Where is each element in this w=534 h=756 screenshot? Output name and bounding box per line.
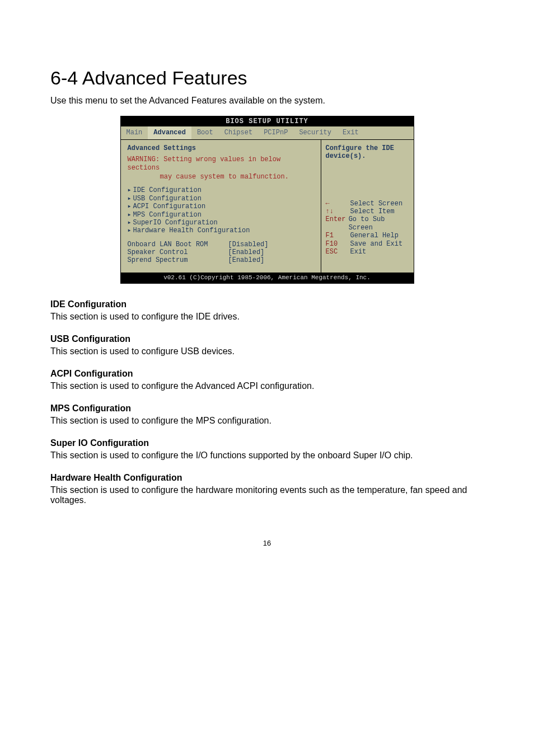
tab-chipset[interactable]: Chipset (219, 126, 258, 139)
menu-item-usb[interactable]: ▸USB Configuration (128, 195, 314, 203)
setting-label: Sprend Spectrum (128, 256, 228, 264)
section-heading: Hardware Health Configuration (50, 473, 484, 483)
help-action: Select Item (350, 208, 395, 215)
menu-list: ▸IDE Configuration ▸USB Configuration ▸A… (128, 186, 314, 234)
menu-item-label: IDE Configuration (133, 186, 202, 194)
doc-section: IDE Configuration This section is used t… (50, 299, 484, 322)
doc-section: Hardware Health Configuration This secti… (50, 473, 484, 505)
menu-item-acpi[interactable]: ▸ACPI Configuration (128, 203, 314, 210)
help-key: F1 (326, 232, 350, 240)
intro-text: Use this menu to set the Advanced Featur… (50, 96, 484, 106)
bios-footer: v02.61 (C)Copyright 1985-2006, American … (121, 273, 414, 283)
tab-pcipnp[interactable]: PCIPnP (258, 126, 293, 139)
help-key: F10 (326, 240, 350, 248)
help-action: Select Screen (350, 200, 403, 208)
chevron-right-icon: ▸ (128, 211, 133, 219)
menu-item-mps[interactable]: ▸MPS Configuration (128, 211, 314, 219)
setting-value: [Enabled] (228, 256, 265, 264)
doc-section: USB Configuration This section is used t… (50, 334, 484, 356)
bios-screen: BIOS SETUP UTILITY Main Advanced Boot Ch… (120, 116, 414, 284)
bios-title: BIOS SETUP UTILITY (121, 116, 414, 126)
panel-title: Advanced Settings (128, 144, 314, 152)
menu-item-label: MPS Configuration (133, 211, 202, 219)
section-heading: MPS Configuration (50, 403, 484, 414)
section-heading: IDE Configuration (50, 299, 484, 309)
help-key: ← (326, 200, 350, 208)
page-number: 16 (50, 539, 484, 547)
help-key: ESC (326, 248, 350, 256)
setting-row[interactable]: Speaker Control [Enabled] (128, 248, 314, 256)
menu-item-label: ACPI Configuration (133, 203, 206, 210)
setting-row[interactable]: Onboard LAN Boot ROM [Disabled] (128, 241, 314, 248)
help-row: EnterGo to Sub Screen (326, 215, 409, 232)
help-title: Configure the IDE (326, 144, 409, 152)
tab-exit[interactable]: Exit (337, 126, 364, 139)
bios-help-panel: Configure the IDE device(s). ←Select Scr… (321, 140, 414, 273)
section-heading: USB Configuration (50, 334, 484, 344)
section-text: This section is used to configure the I/… (50, 450, 484, 461)
help-action: General Help (350, 232, 399, 240)
warning-line-1: WARNING: Setting wrong values in below s… (128, 156, 314, 172)
menu-item-label: USB Configuration (133, 195, 202, 203)
chevron-right-icon: ▸ (128, 219, 133, 227)
chevron-right-icon: ▸ (128, 195, 133, 203)
menu-item-superio[interactable]: ▸SuperIO Configuration (128, 219, 314, 227)
help-action: Save and Exit (350, 240, 403, 248)
setting-label: Onboard LAN Boot ROM (128, 241, 228, 248)
menu-item-ide[interactable]: ▸IDE Configuration (128, 186, 314, 194)
help-row: F10Save and Exit (326, 240, 409, 248)
warning-line-2: may cause system to malfunction. (160, 173, 314, 181)
help-subtitle: device(s). (326, 152, 409, 160)
help-row: F1General Help (326, 232, 409, 240)
tab-advanced[interactable]: Advanced (148, 126, 191, 139)
help-keys-list: ←Select Screen ↑↓Select Item EnterGo to … (326, 200, 409, 256)
tab-boot[interactable]: Boot (191, 126, 219, 139)
section-text: This section is used to configure the Ad… (50, 381, 484, 391)
menu-item-hardware-health[interactable]: ▸Hardware Health Configuration (128, 227, 314, 234)
menu-item-label: SuperIO Configuration (133, 219, 218, 227)
section-text: This section is used to configure the MP… (50, 416, 484, 426)
section-text: This section is used to configure the ID… (50, 312, 484, 322)
menu-item-label: Hardware Health Configuration (133, 227, 250, 234)
help-key: Enter (326, 215, 349, 232)
page-heading: 6-4 Advanced Features (50, 67, 484, 89)
help-row: ESCExit (326, 248, 409, 256)
doc-section: Super IO Configuration This section is u… (50, 438, 484, 461)
bios-tab-bar: Main Advanced Boot Chipset PCIPnP Securi… (121, 126, 414, 139)
doc-section: ACPI Configuration This section is used … (50, 369, 484, 391)
chevron-right-icon: ▸ (128, 227, 133, 234)
tab-security[interactable]: Security (293, 126, 337, 139)
help-key: ↑↓ (326, 208, 350, 215)
tab-main[interactable]: Main (121, 126, 148, 139)
help-action: Exit (350, 248, 367, 256)
bios-screenshot-container: BIOS SETUP UTILITY Main Advanced Boot Ch… (50, 116, 484, 284)
section-heading: ACPI Configuration (50, 369, 484, 379)
bios-left-panel: Advanced Settings WARNING: Setting wrong… (121, 140, 321, 273)
setting-row[interactable]: Sprend Spectrum [Enabled] (128, 256, 314, 264)
setting-value: [Disabled] (228, 241, 269, 248)
help-row: ↑↓Select Item (326, 208, 409, 215)
setting-value: [Enabled] (228, 248, 265, 256)
section-heading: Super IO Configuration (50, 438, 484, 448)
help-action: Go to Sub Screen (349, 215, 409, 232)
doc-section: MPS Configuration This section is used t… (50, 403, 484, 426)
section-text: This section is used to configure the ha… (50, 485, 484, 505)
chevron-right-icon: ▸ (128, 203, 133, 210)
section-text: This section is used to configure USB de… (50, 346, 484, 356)
chevron-right-icon: ▸ (128, 186, 133, 194)
help-row: ←Select Screen (326, 200, 409, 208)
setting-label: Speaker Control (128, 248, 228, 256)
